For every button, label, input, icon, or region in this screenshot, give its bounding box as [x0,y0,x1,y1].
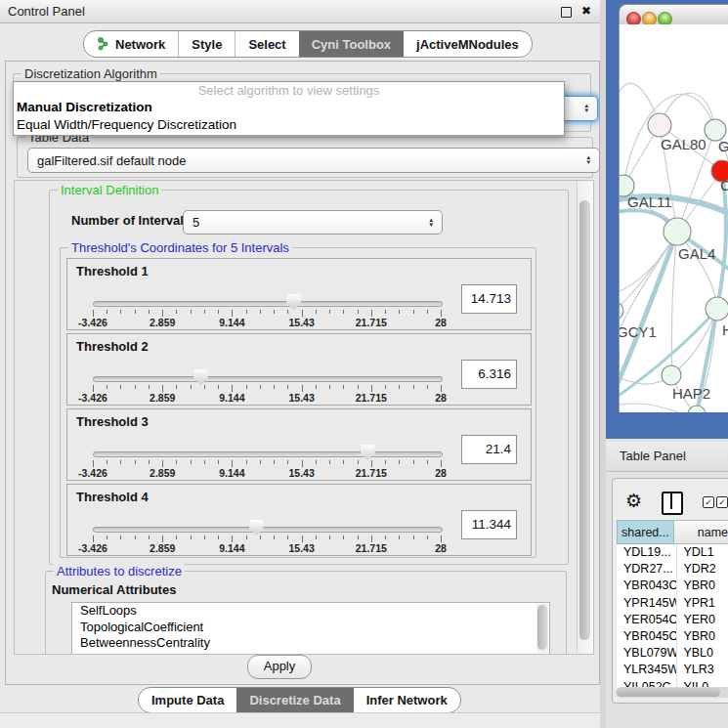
column-header-name[interactable]: name [674,520,728,544]
threshold-value-input[interactable]: 11.344 [461,510,517,539]
table-row[interactable]: YDL19...YDL1 [617,544,728,561]
slider-track[interactable] [93,301,443,307]
network-node-label: GAL80 [661,136,707,152]
attribute-item-topologicalcoefficient[interactable]: TopologicalCoefficient [72,620,549,636]
slider-thumb[interactable] [249,520,264,535]
table-row[interactable]: YPR145WYPR1 [617,595,728,612]
table-panel-header: Table Panel [606,442,728,472]
network-canvas[interactable]: GAL80GACGAL11GAL4HGCY1HAP2 [619,24,728,412]
slider-tick [107,535,107,539]
apply-button[interactable]: Apply [247,655,312,679]
slider-tick-label: 28 [435,467,447,479]
slider-track[interactable] [93,527,443,533]
tab-label: Infer Network [366,693,448,707]
slider-tick-label: 28 [435,542,447,554]
tab-infer-network[interactable]: Infer Network [354,688,460,712]
network-node[interactable] [688,406,706,412]
threshold-value-input[interactable]: 14.713 [461,284,517,314]
network-node-gal4[interactable] [664,218,691,245]
slider-tick [441,385,442,392]
gear-icon[interactable] [625,491,642,510]
slider-tick [371,460,372,467]
slider-tick [316,535,317,539]
slider-tick [287,535,288,539]
slider-tick [162,385,163,392]
algorithm-option-manual-discretization[interactable]: Manual Discretization [14,99,564,116]
tab-style[interactable]: Style [178,31,235,57]
table-row[interactable]: YBR043CYBR0 [617,578,728,594]
slider-tick-label: 2.859 [150,392,175,404]
slider-tick-label: 2.859 [150,317,175,328]
network-node-label: GAL11 [627,193,672,210]
settings-vertical-scrollbar[interactable] [577,181,593,654]
main-panel: Discretization Algorithm Table Data galF… [5,61,600,685]
checkbox-icon[interactable] [716,496,728,508]
network-node-hap2[interactable] [662,365,681,385]
slider-tick [329,460,330,464]
network-node-gal80[interactable] [648,113,671,137]
slider-tick [260,310,261,314]
checkbox-icon[interactable] [703,496,714,508]
attribute-item-betweennesscentrality[interactable]: BetweennessCentrality [72,635,549,652]
tab-discretize-data[interactable]: Discretize Data [236,688,353,712]
slider-tick [399,385,400,389]
network-icon [97,37,109,52]
table-cell: YDR2 [676,561,728,578]
float-window-icon[interactable] [561,7,572,18]
close-icon[interactable] [578,0,594,22]
slider-tick [274,310,275,314]
slider-tick-label: 9.144 [219,542,244,554]
slider-tick [232,535,233,542]
threshold-value-input[interactable]: 21.4 [461,435,517,464]
slider-tick [107,460,107,464]
slider-thumb[interactable] [193,369,208,385]
table-cell: YER0 [676,612,728,628]
slider-tick [329,310,330,314]
slider-track[interactable] [93,376,443,382]
number-of-intervals-combo[interactable]: 5 [183,210,443,235]
settings-scroll-area: Interval Definition Number of Intervals … [14,180,594,655]
slider-tick [204,535,205,539]
slider-thumb[interactable] [286,294,301,310]
attributes-list[interactable]: SelfLoopsTopologicalCoefficientBetweenne… [71,602,550,655]
slider-tick [316,460,317,464]
attributes-scrollbar[interactable] [536,604,548,653]
slider-tick [107,310,107,314]
table-row[interactable]: YER054CYER0 [617,612,728,628]
network-window-titlebar[interactable] [619,4,728,26]
tab-cyni-toolbox[interactable]: Cyni Toolbox [299,31,404,57]
table-horizontal-scrollbar[interactable] [616,687,728,698]
table-row[interactable]: YBR045CYBR0 [617,628,728,645]
tab-jactivemnodules[interactable]: jActiveMNodules [404,31,532,57]
slider-track[interactable] [93,451,443,457]
network-node-label: C [720,177,728,193]
tab-impute-data[interactable]: Impute Data [139,688,236,712]
algorithm-option-equal-width-frequency-discretization[interactable]: Equal Width/Frequency Discretization [14,116,564,134]
table-row[interactable]: YBL079WYBL0 [617,645,728,662]
threshold-value-input[interactable]: 6.316 [461,360,517,389]
slider-thumb[interactable] [361,445,375,460]
slider-tick [218,460,219,464]
threshold-panel-3: Threshold 3-3.4262.8599.14415.4321.71528… [66,408,532,481]
table-data-combo[interactable]: galFiltered.sif default node [27,148,600,173]
slider-tick [218,310,219,314]
bottom-tabbar: Impute DataDiscretize DataInfer Network [138,687,461,713]
column-header-shared[interactable]: shared... [617,520,674,544]
column-layout-icon[interactable] [662,492,683,515]
combo-arrows-icon [586,155,590,165]
table-cell: YBL079W [617,645,676,662]
network-node-gcy1[interactable] [619,302,623,320]
table-row[interactable]: YLR345WYLR3 [617,662,728,678]
tab-network[interactable]: Network [84,31,178,57]
slider-tick [232,460,233,467]
network-node-h[interactable] [706,297,728,321]
slider-tick [232,310,233,317]
slider-tick-label: 15.43 [288,392,314,404]
slider-tick [287,385,288,389]
slider-tick-label: -3.426 [78,467,107,479]
attribute-item-selfloops[interactable]: SelfLoops [72,603,549,620]
table-row[interactable]: YDR27...YDR2 [617,561,728,578]
slider-tick [204,460,205,464]
slider-tick [385,535,386,539]
tab-select[interactable]: Select [235,31,298,57]
